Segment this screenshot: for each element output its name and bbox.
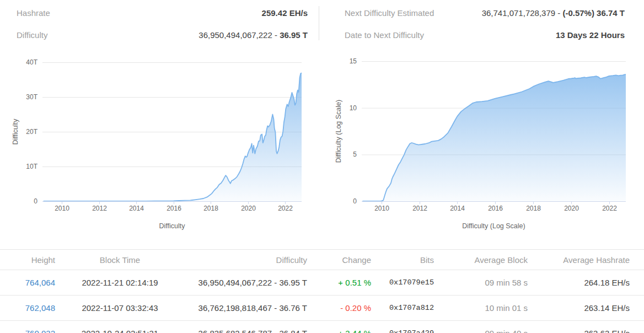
stats-right-column: Next Difficulty Estimated 36,741,071,728… <box>322 0 625 52</box>
table-row: 764,0642022-11-21 02:14:1936,950,494,067… <box>0 270 644 296</box>
column-header-bits: Bits <box>374 255 437 265</box>
table-row: 760,0322022-10-24 02:51:3136,835,682,546… <box>0 321 644 333</box>
column-header-height: Height <box>0 255 58 265</box>
x-tick-label: 2012 <box>412 205 427 212</box>
x-tick-label: 2020 <box>241 205 256 212</box>
stat-difficulty-label: Difficulty <box>17 30 47 40</box>
x-tick-label: 2010 <box>374 205 389 212</box>
cell-difficulty: 36,835,682,546,787 - 36.84 T <box>182 329 310 333</box>
x-tick-label: 2022 <box>602 205 617 212</box>
cell-block_time: 2022-10-24 02:51:31 <box>58 329 182 333</box>
column-header-difficulty: Difficulty <box>182 255 310 265</box>
y-tick-label: 20T <box>26 128 37 136</box>
area-fill <box>362 74 626 201</box>
x-tick-label: 2020 <box>564 205 579 212</box>
cell-bits: 0x1707a812 <box>374 304 437 312</box>
x-axis-title: Difficulty (Log Scale) <box>462 222 525 230</box>
area-fill <box>44 73 302 201</box>
difficulty-log-chart[interactable]: 0510152010201220142016201820202022Diffic… <box>322 52 644 234</box>
stat-date-to-next-difficulty-value: 13 Days 22 Hours <box>556 30 625 40</box>
stat-difficulty: Difficulty 36,950,494,067,222 - 36.95 T <box>0 29 308 40</box>
block-height-link[interactable]: 762,048 <box>0 303 58 313</box>
x-tick-label: 2018 <box>203 205 218 212</box>
x-tick-label: 2010 <box>55 205 69 212</box>
x-tick-label: 2016 <box>167 205 181 212</box>
stat-value-plain: 36,741,071,728,379 - <box>482 8 563 18</box>
stat-next-difficulty-value: 36,741,071,728,379 - (-0.57%) 36.74 T <box>482 8 625 18</box>
cell-difficulty: 36,762,198,818,467 - 36.76 T <box>182 303 310 313</box>
cell-change: - 0.20 % <box>310 303 374 313</box>
cell-change: + 3.44 % <box>310 329 374 333</box>
stat-date-to-next-difficulty: Date to Next Difficulty 13 Days 22 Hours <box>322 29 625 40</box>
column-header-avg_hashrate: Average Hashrate <box>530 255 632 265</box>
cell-block_time: 2022-11-21 02:14:19 <box>58 278 182 287</box>
x-tick-label: 2018 <box>526 205 541 212</box>
cell-avg_hashrate: 263.14 EH/s <box>530 303 632 313</box>
y-tick-label: 10T <box>26 163 37 170</box>
block-height-link[interactable]: 764,064 <box>0 278 58 287</box>
cell-avg_hashrate: 263.63 EH/s <box>530 329 632 333</box>
y-tick-label: 30T <box>26 93 37 101</box>
cell-block_time: 2022-11-07 03:32:43 <box>58 303 182 313</box>
stat-value-bold: 36.95 T <box>280 30 308 40</box>
table-row: 762,0482022-11-07 03:32:4336,762,198,818… <box>0 296 644 321</box>
cell-avg_block: 09 min 58 s <box>437 278 530 287</box>
stats-panel: Hashrate 259.42 EH/s Difficulty 36,950,4… <box>0 0 644 52</box>
column-header-change: Change <box>310 255 374 265</box>
x-tick-label: 2012 <box>92 205 107 212</box>
stats-divider <box>319 6 319 40</box>
y-tick-label: 5 <box>353 151 357 158</box>
y-tick-label: 0 <box>34 197 37 205</box>
y-tick-label: 0 <box>353 197 357 205</box>
difficulty-history-table: HeightBlock TimeDifficultyChangeBitsAver… <box>0 249 644 333</box>
x-tick-label: 2022 <box>278 205 293 212</box>
stats-left-column: Hashrate 259.42 EH/s Difficulty 36,950,4… <box>0 0 308 52</box>
stat-hashrate-label: Hashrate <box>17 8 50 18</box>
block-height-link[interactable]: 760,032 <box>0 329 58 333</box>
stat-value-bold: 259.42 EH/s <box>262 8 308 18</box>
stat-date-to-next-difficulty-label: Date to Next Difficulty <box>345 30 424 40</box>
y-tick-label: 40T <box>26 58 37 66</box>
stat-value-bold: (-0.57%) 36.74 T <box>562 8 625 18</box>
column-header-avg_block: Average Block <box>437 255 530 265</box>
stat-next-difficulty: Next Difficulty Estimated 36,741,071,728… <box>322 7 625 18</box>
y-tick-label: 10 <box>350 104 357 112</box>
cell-avg_block: 09 min 40 s <box>437 329 530 333</box>
x-tick-label: 2016 <box>488 205 503 212</box>
table-header-row: HeightBlock TimeDifficultyChangeBitsAver… <box>0 250 644 270</box>
x-tick-label: 2014 <box>129 205 144 212</box>
y-tick-label: 15 <box>350 57 357 65</box>
y-axis-title: Difficulty <box>12 119 19 145</box>
stat-hashrate: Hashrate 259.42 EH/s <box>0 7 308 18</box>
cell-change: + 0.51 % <box>310 278 374 287</box>
difficulty-chart[interactable]: 010T20T30T40T201020122014201620182020202… <box>0 52 322 234</box>
stat-value-plain: 36,950,494,067,222 - <box>198 30 280 40</box>
y-axis-title: Difficulty (Log Scale) <box>335 100 342 163</box>
stat-value-bold: 13 Days 22 Hours <box>556 30 625 40</box>
stat-next-difficulty-label: Next Difficulty Estimated <box>345 8 434 18</box>
cell-bits: 0x17079e15 <box>374 278 437 287</box>
stat-difficulty-value: 36,950,494,067,222 - 36.95 T <box>198 30 308 40</box>
cell-bits: 0x1707a429 <box>374 329 437 333</box>
x-tick-label: 2014 <box>450 205 465 212</box>
x-axis-title: Difficulty <box>159 222 185 230</box>
cell-avg_block: 10 min 01 s <box>437 303 530 313</box>
stat-hashrate-value: 259.42 EH/s <box>262 8 308 18</box>
cell-avg_hashrate: 264.18 EH/s <box>530 278 632 287</box>
cell-difficulty: 36,950,494,067,222 - 36.95 T <box>182 278 310 287</box>
column-header-block_time: Block Time <box>58 255 182 265</box>
